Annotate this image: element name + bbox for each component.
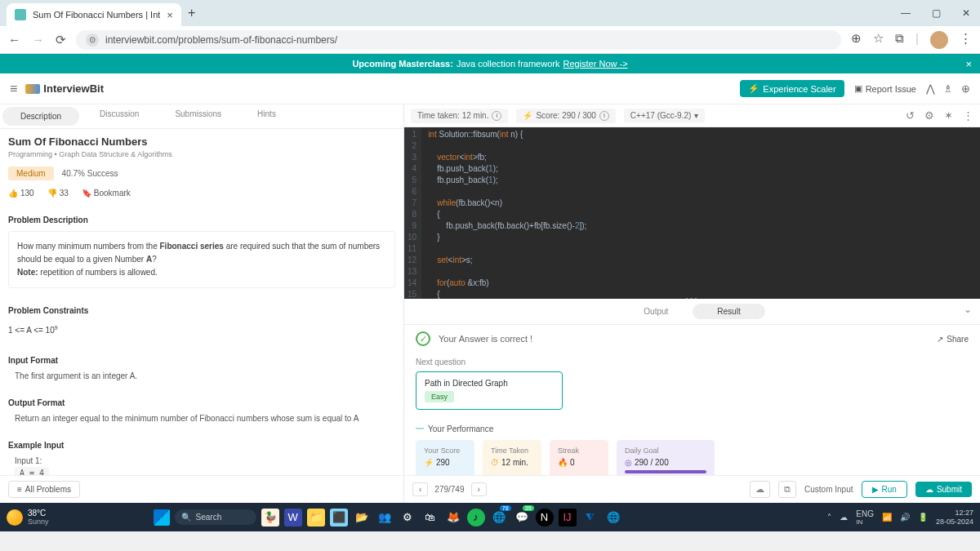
streak-card: Streak 🔥0 — [550, 440, 608, 475]
tab-hints[interactable]: Hints — [239, 104, 294, 128]
user-icon[interactable]: ♗ — [943, 82, 953, 95]
tab-discussion[interactable]: Discussion — [82, 104, 157, 128]
reload-button[interactable]: ⟳ — [56, 33, 66, 47]
teams-icon[interactable]: 👥 — [376, 509, 394, 527]
settings-icon[interactable]: ⚙ — [399, 509, 416, 527]
experience-scaler-button[interactable]: ⚡ Experience Scaler — [740, 80, 844, 97]
right-pane: Time taken: 12 min. i ⚡ Score: 290 / 300… — [404, 104, 980, 503]
search-icon: 🔍 — [181, 513, 191, 522]
cloud-icon[interactable]: ☁ — [750, 481, 770, 498]
problem-description-label: Problem Description — [8, 216, 395, 224]
code-editor[interactable]: 123456789101112131415161718192021 int So… — [404, 127, 980, 299]
profile-avatar[interactable] — [930, 31, 948, 49]
downvote-button[interactable]: 👎 33 — [47, 189, 69, 198]
app-icon[interactable]: ⬛ — [330, 509, 348, 527]
taskbar-search[interactable]: 🔍 Search — [175, 509, 256, 525]
clock[interactable]: 12:27 28-05-2024 — [936, 509, 973, 527]
wifi-icon[interactable]: 📶 — [882, 513, 892, 522]
more-icon[interactable]: ⋮ — [963, 109, 973, 122]
banner-cta-link[interactable]: Register Now -> — [563, 59, 627, 69]
battery-icon[interactable]: 🔋 — [918, 513, 928, 522]
minimize-button[interactable]: — — [898, 4, 914, 22]
tray-chevron-icon[interactable]: ˄ — [827, 513, 831, 522]
example-input-label: Example Input — [8, 441, 395, 450]
custom-input-button[interactable]: Custom Input — [804, 485, 853, 494]
banner-close-icon[interactable]: × — [965, 58, 972, 70]
onedrive-icon[interactable]: ☁ — [840, 513, 848, 522]
info-icon[interactable]: i — [492, 111, 501, 121]
prev-problem-button[interactable]: ‹ — [412, 482, 428, 496]
zoom-icon[interactable]: ⊕ — [851, 31, 862, 49]
site-info-icon[interactable]: ⊙ — [86, 33, 99, 47]
tab-output[interactable]: Output — [619, 304, 693, 319]
chrome-icon[interactable]: 🌐 — [604, 509, 622, 527]
edge-icon[interactable]: 🌐78 — [490, 509, 508, 527]
close-window-button[interactable]: ✕ — [959, 4, 973, 22]
app-icon[interactable]: 📁 — [307, 509, 325, 527]
urlbar-actions: ⊕ ☆ ⧉ | ⋮ — [851, 31, 972, 49]
forward-button[interactable]: → — [32, 33, 44, 47]
submit-button[interactable]: ☁ Submit — [915, 482, 972, 497]
notification-icon[interactable]: ⊕ — [961, 82, 970, 95]
browser-menu-icon[interactable]: ⋮ — [960, 31, 972, 49]
run-button[interactable]: ▶ Run — [862, 481, 907, 498]
difficulty-badge: Medium — [8, 167, 54, 180]
share-button[interactable]: ↗ Share — [937, 335, 969, 344]
windows-taskbar: 38°C Sunny 🔍 Search 🦆 W 📁 ⬛ 📂 👥 ⚙ 🛍 🦊 ♪ … — [0, 503, 980, 531]
app-icon[interactable]: 🦆 — [261, 509, 279, 527]
fullscreen-icon[interactable]: ✶ — [944, 109, 953, 122]
maximize-button[interactable]: ▢ — [929, 4, 944, 22]
notion-icon[interactable]: N — [536, 509, 554, 527]
reset-icon[interactable]: ↺ — [906, 109, 915, 122]
next-problem-button[interactable]: › — [471, 482, 487, 496]
report-issue-button[interactable]: ▣ Report Issue — [854, 83, 916, 94]
back-button[interactable]: ← — [8, 33, 20, 47]
upvote-button[interactable]: 👍 130 — [8, 189, 34, 198]
editor-code[interactable]: int Solution::fibsum(int n) { vector<int… — [421, 127, 593, 299]
left-bottom-bar: ≡ All Problems — [0, 475, 403, 503]
file-explorer-icon[interactable]: 📂 — [353, 509, 371, 527]
copy-icon[interactable]: ⧉ — [778, 481, 796, 498]
clock-icon: ⏱ — [491, 458, 499, 467]
tab-close-icon[interactable]: × — [167, 9, 173, 21]
window-titlebar: Sum Of Fibonacci Numbers | Int × + — ▢ ✕ — [0, 0, 980, 26]
problem-content: Sum Of Fibonacci Numbers Programming • G… — [0, 129, 403, 475]
easy-badge: Easy — [425, 391, 454, 402]
bookmark-star-icon[interactable]: ☆ — [873, 31, 884, 49]
resize-handle[interactable]: ••• — [685, 295, 699, 299]
vscode-icon[interactable]: ⧨ — [581, 509, 599, 527]
intellij-icon[interactable]: IJ — [559, 509, 577, 527]
store-icon[interactable]: 🛍 — [421, 509, 439, 527]
compass-icon[interactable]: ⋀ — [926, 82, 935, 95]
whatsapp-icon[interactable]: 💬39 — [513, 509, 531, 527]
left-pane: Description Discussion Submissions Hints… — [0, 104, 404, 503]
extensions-icon[interactable]: ⧉ — [895, 31, 904, 49]
next-question-card[interactable]: Path in Directed Graph Easy — [416, 371, 563, 410]
time-card: Time Taken ⏱12 min. — [483, 440, 541, 475]
browser-tab[interactable]: Sum Of Fibonacci Numbers | Int × — [7, 3, 181, 26]
menu-icon[interactable]: ≡ — [10, 82, 17, 96]
collapse-icon[interactable]: ⌄ — [964, 304, 972, 315]
time-taken-pill: Time taken: 12 min. i — [411, 109, 508, 123]
new-tab-button[interactable]: + — [188, 6, 195, 20]
tab-description[interactable]: Description — [2, 107, 79, 126]
tab-submissions[interactable]: Submissions — [157, 104, 239, 128]
pager: ‹ 279/749 › — [412, 482, 487, 496]
address-bar[interactable]: ⊙ interviewbit.com/problems/sum-of-fibon… — [76, 30, 841, 50]
output-format-text: Return an integer equal to the minimum n… — [8, 414, 395, 423]
settings-icon[interactable]: ⚙ — [924, 109, 934, 122]
weather-widget[interactable]: 38°C Sunny — [7, 509, 49, 526]
all-problems-button[interactable]: ≡ All Problems — [8, 481, 80, 498]
info-icon[interactable]: i — [599, 111, 609, 121]
brand-logo[interactable]: InterviewBit — [25, 82, 104, 95]
firefox-icon[interactable]: 🦊 — [444, 509, 462, 527]
language-indicator[interactable]: ENG IN — [856, 509, 874, 526]
bookmark-button[interactable]: 🔖 Bookmark — [82, 189, 131, 198]
start-button[interactable] — [154, 509, 170, 526]
app-icon[interactable]: W — [284, 509, 302, 527]
volume-icon[interactable]: 🔊 — [900, 513, 910, 522]
goal-card: Daily Goal ◎290 / 200 — [617, 440, 715, 475]
spotify-icon[interactable]: ♪ — [467, 509, 485, 527]
tab-result[interactable]: Result — [693, 304, 764, 319]
language-select[interactable]: C++17 (Gcc-9.2) ▾ — [624, 109, 705, 122]
